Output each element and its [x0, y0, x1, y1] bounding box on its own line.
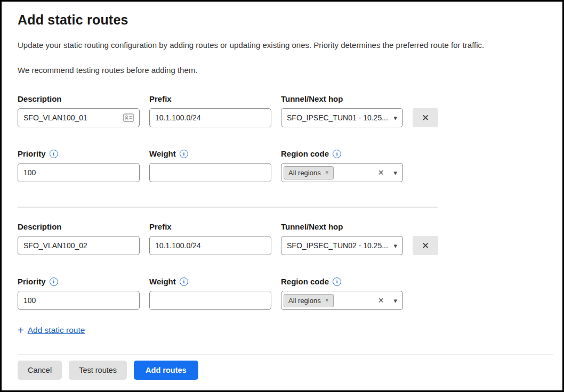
description-input[interactable] — [23, 113, 120, 122]
tunnel-label: Tunnel/Next hop — [281, 222, 403, 232]
delete-route-button[interactable]: ✕ — [413, 108, 438, 127]
tunnel-label: Tunnel/Next hop — [281, 94, 403, 104]
description-label: Description — [18, 222, 140, 232]
region-tag-label: All regions — [288, 169, 321, 177]
priority-field-1: Priority i — [18, 149, 140, 182]
weight-field-2: Weight i — [149, 276, 271, 310]
weight-field-1: Weight i — [149, 149, 271, 182]
route-block-2: Description Prefix Tunnel/Next hop SFO_I… — [18, 222, 546, 310]
region-tag-chip: All regions × — [284, 294, 334, 307]
add-static-route-label[interactable]: Add static route — [28, 325, 85, 335]
prefix-field-2: Prefix — [149, 222, 271, 255]
info-icon[interactable]: i — [50, 150, 58, 158]
priority-label: Priority i — [18, 276, 140, 287]
chevron-down-icon[interactable]: ▾ — [389, 115, 397, 121]
region-tag-chip: All regions × — [284, 166, 334, 179]
priority-input-wrap — [18, 291, 140, 310]
description-field-1: Description — [18, 94, 140, 127]
recommendation-text: We recommend testing routes before addin… — [18, 66, 546, 75]
remove-tag-icon[interactable]: × — [325, 297, 329, 304]
prefix-label: Prefix — [149, 222, 271, 232]
plus-icon: + — [18, 325, 24, 336]
remove-tag-icon[interactable]: × — [325, 169, 329, 176]
contact-card-icon — [123, 113, 134, 122]
chevron-down-icon[interactable]: ▾ — [389, 297, 397, 304]
region-multiselect[interactable]: All regions × ✕ ▾ — [281, 291, 403, 310]
region-code-label: Region code i — [281, 149, 403, 159]
description-input[interactable] — [23, 241, 134, 250]
cancel-button[interactable]: Cancel — [18, 361, 62, 380]
route-block-1: Description Prefix — [18, 94, 546, 182]
tunnel-select[interactable]: SFO_IPSEC_TUN01 - 10.25... ▾ — [281, 108, 403, 127]
chevron-down-icon[interactable]: ▾ — [389, 242, 397, 249]
info-icon[interactable]: i — [333, 277, 341, 286]
priority-label: Priority i — [18, 149, 140, 159]
add-static-routes-dialog: Add static routes Update your static rou… — [0, 0, 564, 392]
region-field-2: Region code i All regions × ✕ ▾ — [281, 276, 403, 310]
info-icon[interactable]: i — [333, 150, 341, 158]
tunnel-field-2: Tunnel/Next hop SFO_IPSEC_TUN02 - 10.25.… — [281, 222, 403, 255]
weight-input-wrap — [149, 163, 271, 182]
priority-field-2: Priority i — [18, 276, 140, 310]
info-icon[interactable]: i — [180, 150, 188, 158]
weight-input[interactable] — [155, 296, 265, 305]
prefix-label: Prefix — [149, 94, 271, 104]
priority-input-wrap — [18, 163, 140, 182]
description-input-wrap — [18, 236, 140, 255]
add-routes-button[interactable]: Add routes — [134, 361, 198, 380]
clear-selection-icon[interactable]: ✕ — [373, 169, 390, 176]
prefix-field-1: Prefix — [149, 94, 271, 127]
tunnel-field-1: Tunnel/Next hop SFO_IPSEC_TUN01 - 10.25.… — [281, 94, 403, 127]
footer-divider — [18, 354, 553, 355]
region-code-label: Region code i — [281, 276, 403, 287]
priority-input[interactable] — [23, 168, 134, 177]
weight-label: Weight i — [149, 149, 271, 159]
region-tag-label: All regions — [288, 297, 321, 305]
clear-selection-icon[interactable]: ✕ — [373, 297, 390, 304]
description-input-wrap — [18, 108, 140, 127]
info-icon[interactable]: i — [180, 277, 188, 286]
region-multiselect[interactable]: All regions × ✕ ▾ — [281, 163, 403, 182]
priority-input[interactable] — [23, 296, 134, 305]
page-title: Add static routes — [18, 12, 546, 28]
region-field-1: Region code i All regions × ✕ ▾ — [281, 149, 403, 182]
chevron-down-icon[interactable]: ▾ — [389, 169, 397, 176]
tunnel-selected-value: SFO_IPSEC_TUN01 - 10.25... — [287, 113, 389, 122]
description-field-2: Description — [18, 222, 140, 255]
description-label: Description — [18, 94, 140, 104]
info-icon[interactable]: i — [50, 277, 58, 286]
footer-actions: Cancel Test routes Add routes — [18, 361, 546, 380]
weight-input-wrap — [149, 291, 271, 310]
delete-route-button[interactable]: ✕ — [413, 236, 438, 255]
tunnel-selected-value: SFO_IPSEC_TUN02 - 10.25... — [287, 241, 389, 250]
prefix-input-wrap — [149, 236, 271, 255]
weight-input[interactable] — [155, 168, 265, 177]
tunnel-select[interactable]: SFO_IPSEC_TUN02 - 10.25... ▾ — [281, 236, 403, 255]
prefix-input[interactable] — [155, 241, 265, 250]
prefix-input-wrap — [149, 108, 271, 127]
prefix-input[interactable] — [155, 113, 265, 122]
intro-text: Update your static routing configuration… — [18, 40, 546, 50]
route-divider — [18, 207, 438, 208]
weight-label: Weight i — [149, 276, 271, 287]
add-static-route-link[interactable]: + Add static route — [18, 325, 85, 336]
test-routes-button[interactable]: Test routes — [69, 361, 127, 380]
